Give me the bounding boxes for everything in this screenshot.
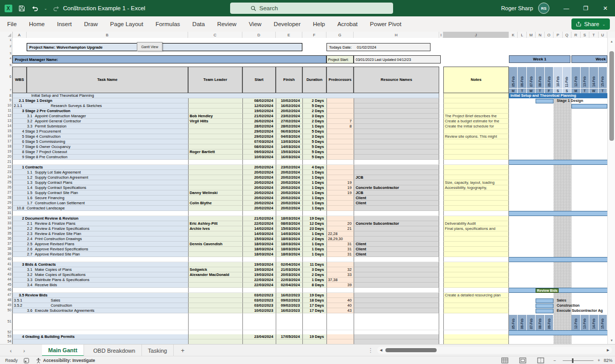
- cell-team-leader[interactable]: [188, 298, 242, 303]
- cell-task-name[interactable]: 7Stage 6 Owner Occupancy: [12, 144, 188, 149]
- cell-predecessors[interactable]: [326, 339, 354, 344]
- scroll-right-icon[interactable]: ▶: [607, 348, 609, 352]
- horizontal-scrollbar[interactable]: ◀ ▶: [377, 347, 612, 354]
- cell-resources[interactable]: [354, 231, 439, 237]
- cell-task-name[interactable]: [12, 288, 188, 293]
- cell-duration[interactable]: 1 Days: [302, 277, 326, 283]
- cell-finish[interactable]: 28/02/2024: [276, 124, 302, 129]
- cell-start[interactable]: 14/02/2024: [242, 226, 276, 231]
- cell-task-name[interactable]: 3.3Permit Submission: [12, 124, 188, 129]
- cell-duration[interactable]: 23 Days: [302, 226, 326, 231]
- cell-duration[interactable]: 11 Days: [302, 262, 326, 267]
- row-header-3[interactable]: 3: [0, 52, 11, 55]
- cell-resources[interactable]: [354, 134, 439, 139]
- cell-team-leader[interactable]: [188, 293, 242, 298]
- cell-finish[interactable]: 15/03/2024: [276, 226, 302, 231]
- cell-start[interactable]: 18/03/2024: [242, 247, 276, 252]
- cell-resources[interactable]: [354, 149, 439, 155]
- row-header-19[interactable]: 19: [0, 149, 11, 153]
- cell-predecessors[interactable]: 40: [326, 303, 354, 308]
- cell-duration[interactable]: 5 Days: [302, 103, 326, 109]
- cell-notes[interactable]: [443, 242, 509, 247]
- avatar[interactable]: RS: [538, 3, 549, 14]
- cell-team-leader[interactable]: [188, 155, 242, 160]
- column-header-J[interactable]: J: [443, 32, 509, 38]
- cell-team-leader[interactable]: Roger Bartlett: [188, 149, 242, 155]
- cell-finish[interactable]: 20/03/2024: [276, 272, 302, 277]
- cell-resources[interactable]: [354, 288, 439, 293]
- cell-predecessors[interactable]: [326, 165, 354, 170]
- cell-notes[interactable]: [443, 237, 509, 242]
- column-header-R[interactable]: R: [571, 32, 580, 38]
- cell-finish[interactable]: [276, 339, 302, 344]
- cell-task-name[interactable]: 2.3Review & Finalize Site Plan: [12, 231, 188, 237]
- cell-notes[interactable]: [443, 211, 509, 216]
- table-header-notes[interactable]: Notes: [443, 67, 509, 93]
- column-header-B[interactable]: B: [27, 32, 188, 38]
- cell-duration[interactable]: 1 Days: [302, 231, 326, 237]
- cell-task-name[interactable]: 3.2Make Copies of Specifications: [12, 272, 188, 277]
- cell-duration[interactable]: 1 Days: [302, 190, 326, 196]
- cell-finish[interactable]: 18/03/2024: [276, 237, 302, 242]
- cell-team-leader[interactable]: Alexander MacDonald: [188, 272, 242, 277]
- cell-team-leader[interactable]: [188, 109, 242, 114]
- cell-finish[interactable]: 23/02/2024: [276, 114, 302, 119]
- cell-start[interactable]: 03/02/2023: [242, 298, 276, 303]
- cell-team-leader[interactable]: Virgil Hilts: [188, 119, 242, 124]
- cell-task-name[interactable]: 1.6Secure Financing: [12, 196, 188, 201]
- cell-team-leader[interactable]: Eric Ashley-Pitt: [188, 221, 242, 226]
- cell-team-leader[interactable]: [188, 139, 242, 144]
- table-header-leader[interactable]: Team Leader: [188, 67, 242, 93]
- cell-duration[interactable]: 17 Days: [302, 308, 326, 313]
- cell-finish[interactable]: 13/03/2024: [276, 139, 302, 144]
- cell-duration[interactable]: 17 Days: [302, 303, 326, 308]
- cell-team-leader[interactable]: Colin Blythe: [188, 201, 242, 206]
- cell-start[interactable]: 12/02/2024: [242, 103, 276, 109]
- cell-team-leader[interactable]: [188, 196, 242, 201]
- cell-resources[interactable]: [354, 98, 439, 103]
- cell-duration[interactable]: 5 Days: [302, 139, 326, 144]
- cell-start[interactable]: [242, 211, 276, 216]
- row-header-46[interactable]: 46: [0, 288, 11, 291]
- row-header-50[interactable]: 50: [0, 308, 11, 312]
- cell-team-leader[interactable]: [188, 231, 242, 237]
- cell-notes[interactable]: [443, 144, 509, 149]
- cell-resources[interactable]: [354, 165, 439, 170]
- cell-task-name[interactable]: [12, 211, 188, 216]
- cell-duration[interactable]: 2 Days: [302, 119, 326, 124]
- cell-start[interactable]: 19/03/2024: [242, 267, 276, 272]
- cell-resources[interactable]: [354, 216, 439, 221]
- cell-duration[interactable]: 1 Days: [302, 185, 326, 190]
- ribbon-tab-developer[interactable]: Developer: [274, 21, 300, 27]
- row-header-40[interactable]: 40: [0, 257, 11, 261]
- cell-task-name[interactable]: 2.7Approve Revised Site Plan: [12, 252, 188, 257]
- cell-predecessors[interactable]: [326, 196, 354, 201]
- cell-predecessors[interactable]: [326, 206, 354, 211]
- cell-duration[interactable]: 1 Days: [302, 124, 326, 129]
- cell-finish[interactable]: 16/02/2023: [276, 293, 302, 298]
- cell-resources[interactable]: [354, 226, 439, 231]
- cell-resources[interactable]: [354, 129, 439, 134]
- ribbon-tab-power-pivot[interactable]: Power Pivot: [370, 21, 401, 27]
- cell-notes[interactable]: [443, 283, 509, 288]
- cell-task-name[interactable]: [12, 339, 188, 344]
- cell-notes[interactable]: [443, 129, 509, 134]
- cell-finish[interactable]: 18/03/2024: [276, 242, 302, 247]
- cell-notes[interactable]: The Project Brief describes the: [443, 114, 509, 119]
- cell-team-leader[interactable]: [188, 277, 242, 283]
- cell-team-leader[interactable]: Dennis Cavendish: [188, 242, 242, 247]
- scroll-down-icon[interactable]: ▼: [608, 337, 615, 344]
- cell-resources[interactable]: Client: [354, 242, 439, 247]
- cell-notes[interactable]: [443, 190, 509, 196]
- cell-predecessors[interactable]: [326, 216, 354, 221]
- cell-notes[interactable]: [443, 313, 509, 330]
- cell-duration[interactable]: [302, 339, 326, 344]
- cell-duration[interactable]: 2 Days: [302, 109, 326, 114]
- cell-notes[interactable]: Create a detailed resourcing plan: [443, 293, 509, 298]
- cell-resources[interactable]: Client: [354, 247, 439, 252]
- cell-start[interactable]: 19/03/2024: [242, 272, 276, 277]
- cell-finish[interactable]: 04/03/2024: [276, 134, 302, 139]
- cell-notes[interactable]: [443, 231, 509, 237]
- cell-predecessors[interactable]: 43: [326, 308, 354, 313]
- cell-resources[interactable]: Concrete Subcontractor: [354, 185, 439, 190]
